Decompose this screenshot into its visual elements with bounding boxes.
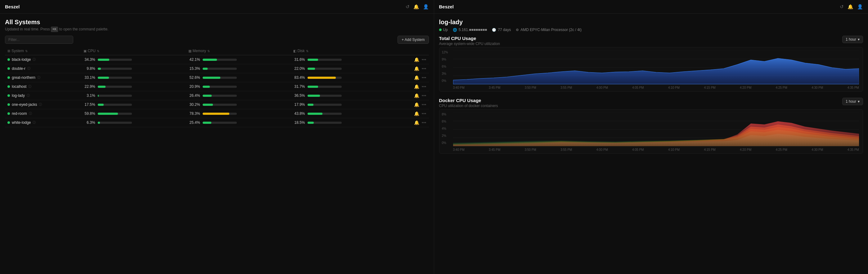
system-name-label: log-lady: [12, 93, 25, 98]
user-icon[interactable]: 👤: [423, 4, 429, 10]
refresh-icon[interactable]: ↺: [406, 4, 410, 10]
sort-icon-disk: ⇅: [306, 49, 308, 53]
status-item-cpu-info: ⚙ AMD EPYC-Milan Processor (2c / 4t): [516, 28, 582, 32]
info-icon[interactable]: ⓘ: [37, 75, 40, 80]
memory-cell: 52.6%: [186, 73, 291, 82]
disk-bar-fill: [308, 68, 315, 70]
mem-bar-track: [203, 113, 237, 115]
cpu-value: 34.3%: [84, 57, 95, 62]
cpu-bar-fill: [98, 77, 109, 79]
cpu-value: 9.8%: [84, 66, 95, 71]
filter-input[interactable]: [5, 36, 73, 44]
alert-icon[interactable]: 🔔: [414, 75, 419, 80]
page-subtitle: Updated in real time. Press ⌘K to open t…: [5, 27, 429, 31]
info-icon[interactable]: ⓘ: [29, 112, 32, 116]
more-icon[interactable]: •••: [422, 75, 426, 80]
cpu-bar-track: [98, 95, 132, 97]
docker-cpu-timerange[interactable]: 1 hour ▾: [842, 98, 863, 105]
info-icon[interactable]: ⓘ: [39, 102, 42, 107]
left-panel: Beszel ↺ 🔔 👤 All Systems Updated in real…: [0, 0, 434, 274]
more-icon[interactable]: •••: [422, 111, 426, 116]
alert-icon[interactable]: 🔔: [414, 102, 419, 107]
alert-icon[interactable]: 🔔: [414, 84, 419, 89]
cpu-bar-fill: [98, 59, 110, 61]
table-row[interactable]: white-lodge ⓘ 6.3% 25.4%: [5, 118, 429, 127]
sort-icon-system: ⇅: [25, 49, 28, 53]
mem-bar-track: [203, 59, 237, 61]
info-icon[interactable]: ⓘ: [28, 84, 31, 89]
more-icon[interactable]: •••: [422, 66, 426, 71]
docker-cpu-chart-area: [453, 113, 859, 147]
sort-icon-memory: ⇅: [207, 49, 210, 53]
alert-icon[interactable]: 🔔: [414, 111, 419, 116]
left-page-content: All Systems Updated in real time. Press …: [0, 14, 434, 274]
alert-icon[interactable]: 🔔: [414, 57, 419, 62]
cpu-bar-track: [98, 113, 132, 115]
alert-icon[interactable]: 🔔: [414, 120, 419, 125]
cpu-cell: 34.3%: [81, 55, 186, 64]
docker-cpu-chart-title: Docker CPU Usage: [439, 98, 498, 103]
table-row[interactable]: localhost ⓘ 22.9% 20.9%: [5, 82, 429, 91]
table-row[interactable]: one-eyed-jacks ⓘ 17.5% 30.2%: [5, 100, 429, 109]
disk-bar-track: [308, 122, 342, 124]
clock-icon: 🕐: [492, 28, 496, 32]
docker-cpu-svg: [453, 113, 859, 147]
disk-value: 31.6%: [293, 57, 305, 62]
mem-value: 26.4%: [188, 93, 200, 98]
disk-bar-fill: [308, 77, 336, 79]
total-cpu-chart-subtitle: Average system-wide CPU utilization: [439, 41, 500, 46]
more-icon[interactable]: •••: [422, 120, 426, 125]
cpu-value: 59.8%: [84, 112, 95, 116]
system-meta: Up 🌐 5.161.■■■■■■■■ 🕐 77 days ⚙ AMD EPYC…: [439, 28, 863, 32]
cpu-bar-track: [98, 104, 132, 106]
status-item-ip: 🌐 5.161.■■■■■■■■: [453, 28, 487, 32]
info-icon[interactable]: ⓘ: [27, 66, 30, 71]
disk-value: 18.5%: [293, 120, 305, 125]
info-icon[interactable]: ⓘ: [33, 120, 36, 125]
memory-cell: 25.4%: [186, 118, 291, 127]
table-row[interactable]: red-room ⓘ 59.8% 78.3%: [5, 109, 429, 118]
right-notification-icon[interactable]: 🔔: [847, 4, 854, 10]
system-name-cell: white-lodge ⓘ: [5, 118, 81, 127]
more-icon[interactable]: •••: [422, 93, 426, 98]
mem-bar-fill: [203, 122, 211, 124]
table-row[interactable]: great-northern ⓘ 33.1% 52.6%: [5, 73, 429, 82]
mem-bar-track: [203, 68, 237, 70]
info-icon[interactable]: ⓘ: [27, 93, 30, 98]
system-name-large: log-lady: [439, 19, 863, 26]
notification-icon[interactable]: 🔔: [413, 4, 419, 10]
actions-cell: 🔔 •••: [396, 64, 429, 73]
table-row[interactable]: log-lady ⓘ 3.1% 26.4%: [5, 91, 429, 100]
add-system-button[interactable]: + Add System: [398, 36, 429, 44]
more-icon[interactable]: •••: [422, 102, 426, 107]
right-refresh-icon[interactable]: ↺: [840, 4, 844, 10]
disk-bar-track: [308, 68, 342, 70]
total-cpu-chart-header: Total CPU Usage Average system-wide CPU …: [439, 36, 863, 46]
alert-icon[interactable]: 🔔: [414, 93, 419, 98]
cpu-bar-track: [98, 86, 132, 88]
cpu-bar-track: [98, 77, 132, 79]
disk-bar-fill: [308, 113, 322, 115]
more-icon[interactable]: •••: [422, 57, 426, 62]
system-header: log-lady Up 🌐 5.161.■■■■■■■■ 🕐 77 days ⚙…: [439, 19, 863, 32]
right-panel: Beszel ↺ 🔔 👤 log-lady Up 🌐 5.161.■■■■■■■…: [434, 0, 868, 274]
total-cpu-timerange[interactable]: 1 hour ▾: [842, 36, 863, 43]
info-icon[interactable]: ⓘ: [33, 57, 36, 62]
table-row[interactable]: double-r ⓘ 9.8% 15.3%: [5, 64, 429, 73]
right-user-icon[interactable]: 👤: [857, 4, 863, 10]
status-dot: [7, 112, 10, 115]
status-item-uptime: 🕐 77 days: [492, 28, 511, 32]
system-name-cell: one-eyed-jacks ⓘ: [5, 100, 81, 109]
more-icon[interactable]: •••: [422, 84, 426, 89]
mem-bar-track: [203, 95, 237, 97]
cpu-bar-track: [98, 68, 132, 70]
disk-cell: 31.6%: [291, 55, 396, 64]
cpu-info-label: AMD EPYC-Milan Processor (2c / 4t): [520, 28, 582, 32]
actions-cell: 🔔 •••: [396, 118, 429, 127]
alert-icon[interactable]: 🔔: [414, 66, 419, 71]
th-system: ⊞ System ⇅: [5, 47, 81, 55]
table-row[interactable]: black-lodge ⓘ 34.3% 42.1%: [5, 55, 429, 64]
cpu-bar-fill: [98, 113, 118, 115]
globe-icon: 🌐: [453, 28, 457, 32]
disk-bar-fill: [308, 104, 314, 106]
